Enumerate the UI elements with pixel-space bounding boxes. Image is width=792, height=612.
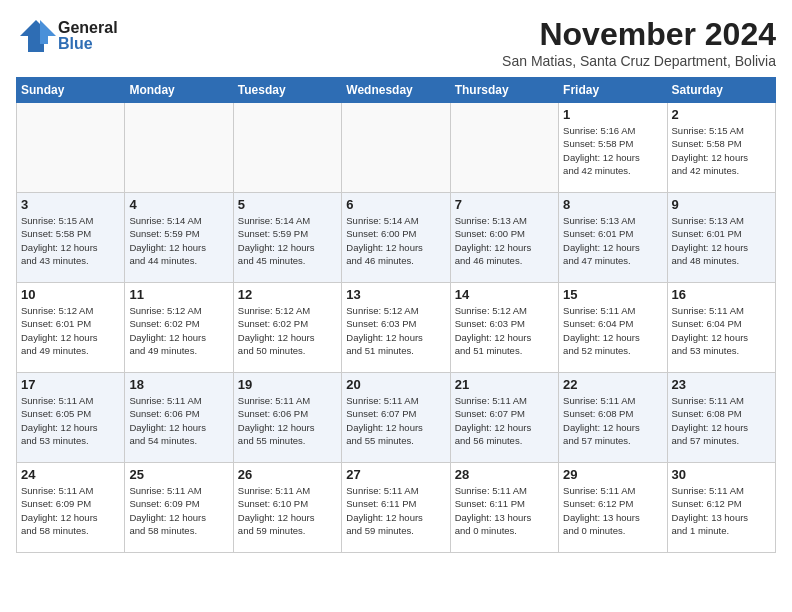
day-number: 17: [21, 377, 120, 392]
day-number: 8: [563, 197, 662, 212]
calendar-table: SundayMondayTuesdayWednesdayThursdayFrid…: [16, 77, 776, 553]
day-info: Sunrise: 5:15 AM Sunset: 5:58 PM Dayligh…: [21, 214, 120, 267]
day-info: Sunrise: 5:11 AM Sunset: 6:05 PM Dayligh…: [21, 394, 120, 447]
day-number: 24: [21, 467, 120, 482]
calendar-day: 29Sunrise: 5:11 AM Sunset: 6:12 PM Dayli…: [559, 463, 667, 553]
calendar-day: 3Sunrise: 5:15 AM Sunset: 5:58 PM Daylig…: [17, 193, 125, 283]
day-info: Sunrise: 5:16 AM Sunset: 5:58 PM Dayligh…: [563, 124, 662, 177]
day-number: 1: [563, 107, 662, 122]
day-info: Sunrise: 5:14 AM Sunset: 6:00 PM Dayligh…: [346, 214, 445, 267]
day-info: Sunrise: 5:11 AM Sunset: 6:04 PM Dayligh…: [672, 304, 771, 357]
day-number: 15: [563, 287, 662, 302]
day-info: Sunrise: 5:11 AM Sunset: 6:07 PM Dayligh…: [455, 394, 554, 447]
logo-icon: [16, 16, 56, 56]
calendar-day: 22Sunrise: 5:11 AM Sunset: 6:08 PM Dayli…: [559, 373, 667, 463]
day-number: 5: [238, 197, 337, 212]
day-info: Sunrise: 5:12 AM Sunset: 6:02 PM Dayligh…: [238, 304, 337, 357]
calendar-day: 11Sunrise: 5:12 AM Sunset: 6:02 PM Dayli…: [125, 283, 233, 373]
calendar-day: 6Sunrise: 5:14 AM Sunset: 6:00 PM Daylig…: [342, 193, 450, 283]
calendar-day: 19Sunrise: 5:11 AM Sunset: 6:06 PM Dayli…: [233, 373, 341, 463]
day-number: 23: [672, 377, 771, 392]
day-number: 4: [129, 197, 228, 212]
calendar-week-row: 24Sunrise: 5:11 AM Sunset: 6:09 PM Dayli…: [17, 463, 776, 553]
calendar-week-row: 3Sunrise: 5:15 AM Sunset: 5:58 PM Daylig…: [17, 193, 776, 283]
calendar-week-row: 1Sunrise: 5:16 AM Sunset: 5:58 PM Daylig…: [17, 103, 776, 193]
weekday-header-tuesday: Tuesday: [233, 78, 341, 103]
day-number: 29: [563, 467, 662, 482]
calendar-day: 2Sunrise: 5:15 AM Sunset: 5:58 PM Daylig…: [667, 103, 775, 193]
weekday-header-monday: Monday: [125, 78, 233, 103]
calendar-day: 8Sunrise: 5:13 AM Sunset: 6:01 PM Daylig…: [559, 193, 667, 283]
weekday-header-sunday: Sunday: [17, 78, 125, 103]
calendar-day: 13Sunrise: 5:12 AM Sunset: 6:03 PM Dayli…: [342, 283, 450, 373]
day-number: 7: [455, 197, 554, 212]
day-info: Sunrise: 5:13 AM Sunset: 6:00 PM Dayligh…: [455, 214, 554, 267]
calendar-day: 28Sunrise: 5:11 AM Sunset: 6:11 PM Dayli…: [450, 463, 558, 553]
day-number: 20: [346, 377, 445, 392]
day-number: 26: [238, 467, 337, 482]
calendar-day: 18Sunrise: 5:11 AM Sunset: 6:06 PM Dayli…: [125, 373, 233, 463]
calendar-day: 21Sunrise: 5:11 AM Sunset: 6:07 PM Dayli…: [450, 373, 558, 463]
day-number: 16: [672, 287, 771, 302]
day-info: Sunrise: 5:13 AM Sunset: 6:01 PM Dayligh…: [672, 214, 771, 267]
day-info: Sunrise: 5:11 AM Sunset: 6:06 PM Dayligh…: [238, 394, 337, 447]
calendar-day: 15Sunrise: 5:11 AM Sunset: 6:04 PM Dayli…: [559, 283, 667, 373]
day-number: 11: [129, 287, 228, 302]
logo: General Blue: [16, 16, 118, 56]
day-number: 14: [455, 287, 554, 302]
calendar-day: [125, 103, 233, 193]
day-info: Sunrise: 5:11 AM Sunset: 6:10 PM Dayligh…: [238, 484, 337, 537]
calendar-day: 20Sunrise: 5:11 AM Sunset: 6:07 PM Dayli…: [342, 373, 450, 463]
calendar-day: [233, 103, 341, 193]
calendar-day: 30Sunrise: 5:11 AM Sunset: 6:12 PM Dayli…: [667, 463, 775, 553]
title-block: November 2024 San Matias, Santa Cruz Dep…: [502, 16, 776, 69]
day-info: Sunrise: 5:11 AM Sunset: 6:12 PM Dayligh…: [672, 484, 771, 537]
day-number: 27: [346, 467, 445, 482]
calendar-week-row: 17Sunrise: 5:11 AM Sunset: 6:05 PM Dayli…: [17, 373, 776, 463]
day-number: 6: [346, 197, 445, 212]
calendar-day: [342, 103, 450, 193]
calendar-day: 25Sunrise: 5:11 AM Sunset: 6:09 PM Dayli…: [125, 463, 233, 553]
day-info: Sunrise: 5:11 AM Sunset: 6:08 PM Dayligh…: [563, 394, 662, 447]
logo-text: General Blue: [58, 20, 118, 52]
svg-marker-1: [40, 20, 56, 44]
weekday-header-thursday: Thursday: [450, 78, 558, 103]
day-info: Sunrise: 5:14 AM Sunset: 5:59 PM Dayligh…: [129, 214, 228, 267]
day-info: Sunrise: 5:11 AM Sunset: 6:09 PM Dayligh…: [21, 484, 120, 537]
day-number: 12: [238, 287, 337, 302]
day-number: 28: [455, 467, 554, 482]
day-info: Sunrise: 5:12 AM Sunset: 6:02 PM Dayligh…: [129, 304, 228, 357]
calendar-day: [17, 103, 125, 193]
day-info: Sunrise: 5:14 AM Sunset: 5:59 PM Dayligh…: [238, 214, 337, 267]
logo-general: General: [58, 20, 118, 36]
day-info: Sunrise: 5:11 AM Sunset: 6:11 PM Dayligh…: [455, 484, 554, 537]
calendar-day: 1Sunrise: 5:16 AM Sunset: 5:58 PM Daylig…: [559, 103, 667, 193]
calendar-day: 9Sunrise: 5:13 AM Sunset: 6:01 PM Daylig…: [667, 193, 775, 283]
day-info: Sunrise: 5:11 AM Sunset: 6:06 PM Dayligh…: [129, 394, 228, 447]
calendar-day: 7Sunrise: 5:13 AM Sunset: 6:00 PM Daylig…: [450, 193, 558, 283]
calendar-day: 14Sunrise: 5:12 AM Sunset: 6:03 PM Dayli…: [450, 283, 558, 373]
calendar-day: 10Sunrise: 5:12 AM Sunset: 6:01 PM Dayli…: [17, 283, 125, 373]
calendar-day: 16Sunrise: 5:11 AM Sunset: 6:04 PM Dayli…: [667, 283, 775, 373]
calendar-day: [450, 103, 558, 193]
weekday-header-friday: Friday: [559, 78, 667, 103]
day-info: Sunrise: 5:11 AM Sunset: 6:09 PM Dayligh…: [129, 484, 228, 537]
day-info: Sunrise: 5:11 AM Sunset: 6:04 PM Dayligh…: [563, 304, 662, 357]
day-number: 30: [672, 467, 771, 482]
month-title: November 2024: [502, 16, 776, 53]
day-info: Sunrise: 5:11 AM Sunset: 6:08 PM Dayligh…: [672, 394, 771, 447]
day-info: Sunrise: 5:11 AM Sunset: 6:11 PM Dayligh…: [346, 484, 445, 537]
day-number: 21: [455, 377, 554, 392]
calendar-day: 17Sunrise: 5:11 AM Sunset: 6:05 PM Dayli…: [17, 373, 125, 463]
calendar-day: 12Sunrise: 5:12 AM Sunset: 6:02 PM Dayli…: [233, 283, 341, 373]
calendar-day: 27Sunrise: 5:11 AM Sunset: 6:11 PM Dayli…: [342, 463, 450, 553]
day-info: Sunrise: 5:11 AM Sunset: 6:12 PM Dayligh…: [563, 484, 662, 537]
day-number: 2: [672, 107, 771, 122]
logo-blue: Blue: [58, 36, 118, 52]
day-number: 25: [129, 467, 228, 482]
day-number: 18: [129, 377, 228, 392]
day-info: Sunrise: 5:11 AM Sunset: 6:07 PM Dayligh…: [346, 394, 445, 447]
calendar-day: 23Sunrise: 5:11 AM Sunset: 6:08 PM Dayli…: [667, 373, 775, 463]
calendar-day: 5Sunrise: 5:14 AM Sunset: 5:59 PM Daylig…: [233, 193, 341, 283]
day-info: Sunrise: 5:15 AM Sunset: 5:58 PM Dayligh…: [672, 124, 771, 177]
